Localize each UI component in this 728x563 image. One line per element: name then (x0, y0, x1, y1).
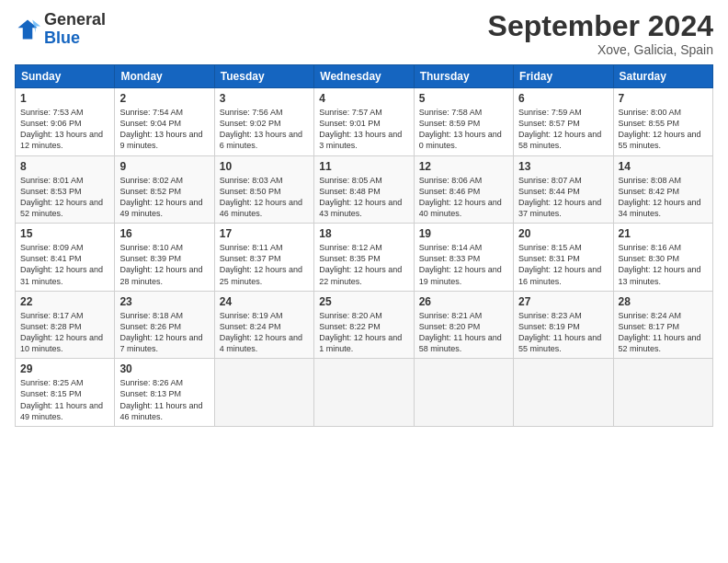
day-number: 22 (20, 295, 109, 308)
day-number: 13 (518, 160, 608, 173)
calendar-cell: 16Sunrise: 8:10 AMSunset: 8:39 PMDayligh… (115, 224, 214, 292)
calendar-cell: 23Sunrise: 8:18 AMSunset: 8:26 PMDayligh… (115, 291, 214, 359)
day-info: Sunrise: 7:58 AMSunset: 8:59 PMDaylight:… (419, 107, 508, 152)
week-row-2: 8Sunrise: 8:01 AMSunset: 8:53 PMDaylight… (16, 155, 713, 224)
logo-general: General (44, 10, 106, 29)
day-info: Sunrise: 8:07 AMSunset: 8:44 PMDaylight:… (518, 175, 608, 220)
logo: General Blue (15, 11, 106, 48)
day-number: 12 (419, 160, 508, 173)
day-info: Sunrise: 8:03 AMSunset: 8:50 PMDaylight:… (220, 175, 309, 220)
calendar-cell: 3Sunrise: 7:56 AMSunset: 9:02 PMDaylight… (214, 88, 313, 156)
weekday-wednesday: Wednesday (314, 65, 414, 88)
day-number: 3 (220, 92, 309, 105)
day-info: Sunrise: 8:08 AMSunset: 8:42 PMDaylight:… (619, 175, 708, 220)
week-row-1: 1Sunrise: 7:53 AMSunset: 9:06 PMDaylight… (16, 88, 713, 156)
day-number: 16 (119, 227, 209, 240)
weekday-monday: Monday (115, 65, 214, 88)
logo-icon (15, 17, 40, 42)
day-number: 28 (619, 295, 708, 308)
week-row-3: 15Sunrise: 8:09 AMSunset: 8:41 PMDayligh… (16, 224, 713, 292)
day-number: 25 (319, 295, 408, 308)
day-number: 21 (619, 227, 708, 240)
day-number: 4 (319, 92, 408, 105)
day-info: Sunrise: 8:25 AMSunset: 8:15 PMDaylight:… (20, 377, 109, 422)
calendar-container: General Blue September 2024 Xove, Galici… (0, 0, 728, 436)
calendar-cell: 21Sunrise: 8:16 AMSunset: 8:30 PMDayligh… (613, 224, 712, 292)
day-number: 30 (119, 362, 209, 375)
day-info: Sunrise: 8:09 AMSunset: 8:41 PMDaylight:… (20, 242, 109, 287)
calendar-cell: 9Sunrise: 8:02 AMSunset: 8:52 PMDaylight… (115, 155, 214, 224)
calendar-cell: 1Sunrise: 7:53 AMSunset: 9:06 PMDaylight… (16, 88, 115, 156)
logo-text: General Blue (44, 11, 106, 48)
calendar-cell (613, 359, 712, 427)
calendar-cell: 29Sunrise: 8:25 AMSunset: 8:15 PMDayligh… (16, 359, 115, 427)
day-info: Sunrise: 8:01 AMSunset: 8:53 PMDaylight:… (20, 175, 109, 220)
calendar-cell: 5Sunrise: 7:58 AMSunset: 8:59 PMDaylight… (414, 88, 513, 156)
day-info: Sunrise: 8:05 AMSunset: 8:48 PMDaylight:… (319, 175, 408, 220)
day-info: Sunrise: 8:23 AMSunset: 8:19 PMDaylight:… (518, 310, 608, 355)
calendar-cell: 24Sunrise: 8:19 AMSunset: 8:24 PMDayligh… (214, 291, 313, 359)
calendar-cell: 30Sunrise: 8:26 AMSunset: 8:13 PMDayligh… (115, 359, 214, 427)
calendar-cell: 6Sunrise: 7:59 AMSunset: 8:57 PMDaylight… (514, 88, 613, 156)
day-info: Sunrise: 8:19 AMSunset: 8:24 PMDaylight:… (220, 310, 309, 355)
day-info: Sunrise: 8:26 AMSunset: 8:13 PMDaylight:… (119, 377, 209, 422)
calendar-cell: 22Sunrise: 8:17 AMSunset: 8:28 PMDayligh… (16, 291, 115, 359)
calendar-cell: 4Sunrise: 7:57 AMSunset: 9:01 PMDaylight… (314, 88, 414, 156)
calendar-cell: 11Sunrise: 8:05 AMSunset: 8:48 PMDayligh… (314, 155, 414, 224)
month-title: September 2024 (488, 11, 713, 40)
day-info: Sunrise: 7:53 AMSunset: 9:06 PMDaylight:… (20, 107, 109, 152)
day-number: 19 (419, 227, 508, 240)
weekday-saturday: Saturday (613, 65, 712, 88)
day-number: 6 (518, 92, 608, 105)
day-info: Sunrise: 8:18 AMSunset: 8:26 PMDaylight:… (119, 310, 209, 355)
weekday-sunday: Sunday (16, 65, 115, 88)
weekday-friday: Friday (514, 65, 613, 88)
calendar-cell: 2Sunrise: 7:54 AMSunset: 9:04 PMDaylight… (115, 88, 214, 156)
day-number: 2 (119, 92, 209, 105)
day-info: Sunrise: 8:16 AMSunset: 8:30 PMDaylight:… (619, 242, 708, 287)
calendar-cell (514, 359, 613, 427)
day-info: Sunrise: 7:56 AMSunset: 9:02 PMDaylight:… (220, 107, 309, 152)
calendar-table: SundayMondayTuesdayWednesdayThursdayFrid… (15, 64, 713, 427)
day-number: 8 (20, 160, 109, 173)
day-info: Sunrise: 8:24 AMSunset: 8:17 PMDaylight:… (619, 310, 708, 355)
location: Xove, Galicia, Spain (488, 42, 713, 57)
calendar-cell: 25Sunrise: 8:20 AMSunset: 8:22 PMDayligh… (314, 291, 414, 359)
day-info: Sunrise: 8:20 AMSunset: 8:22 PMDaylight:… (319, 310, 408, 355)
day-number: 10 (220, 160, 309, 173)
week-row-5: 29Sunrise: 8:25 AMSunset: 8:15 PMDayligh… (16, 359, 713, 427)
day-number: 14 (619, 160, 708, 173)
day-number: 24 (220, 295, 309, 308)
day-number: 23 (119, 295, 209, 308)
day-info: Sunrise: 8:15 AMSunset: 8:31 PMDaylight:… (518, 242, 608, 287)
day-number: 26 (419, 295, 508, 308)
calendar-cell: 28Sunrise: 8:24 AMSunset: 8:17 PMDayligh… (613, 291, 712, 359)
day-info: Sunrise: 8:17 AMSunset: 8:28 PMDaylight:… (20, 310, 109, 355)
day-info: Sunrise: 8:02 AMSunset: 8:52 PMDaylight:… (119, 175, 209, 220)
day-number: 9 (119, 160, 209, 173)
day-number: 1 (20, 92, 109, 105)
calendar-cell: 19Sunrise: 8:14 AMSunset: 8:33 PMDayligh… (414, 224, 513, 292)
day-info: Sunrise: 7:57 AMSunset: 9:01 PMDaylight:… (319, 107, 408, 152)
calendar-cell: 13Sunrise: 8:07 AMSunset: 8:44 PMDayligh… (514, 155, 613, 224)
calendar-cell: 12Sunrise: 8:06 AMSunset: 8:46 PMDayligh… (414, 155, 513, 224)
calendar-cell: 26Sunrise: 8:21 AMSunset: 8:20 PMDayligh… (414, 291, 513, 359)
day-number: 20 (518, 227, 608, 240)
day-number: 5 (419, 92, 508, 105)
calendar-cell: 7Sunrise: 8:00 AMSunset: 8:55 PMDaylight… (613, 88, 712, 156)
day-info: Sunrise: 8:11 AMSunset: 8:37 PMDaylight:… (220, 242, 309, 287)
weekday-header-row: SundayMondayTuesdayWednesdayThursdayFrid… (16, 65, 713, 88)
day-info: Sunrise: 8:12 AMSunset: 8:35 PMDaylight:… (319, 242, 408, 287)
calendar-cell: 18Sunrise: 8:12 AMSunset: 8:35 PMDayligh… (314, 224, 414, 292)
day-number: 17 (220, 227, 309, 240)
weekday-tuesday: Tuesday (214, 65, 313, 88)
logo-blue: Blue (44, 29, 80, 47)
day-info: Sunrise: 8:21 AMSunset: 8:20 PMDaylight:… (419, 310, 508, 355)
day-info: Sunrise: 8:10 AMSunset: 8:39 PMDaylight:… (119, 242, 209, 287)
calendar-cell (314, 359, 414, 427)
calendar-cell: 15Sunrise: 8:09 AMSunset: 8:41 PMDayligh… (16, 224, 115, 292)
week-row-4: 22Sunrise: 8:17 AMSunset: 8:28 PMDayligh… (16, 291, 713, 359)
day-number: 11 (319, 160, 408, 173)
header: General Blue September 2024 Xove, Galici… (15, 11, 713, 57)
day-number: 18 (319, 227, 408, 240)
